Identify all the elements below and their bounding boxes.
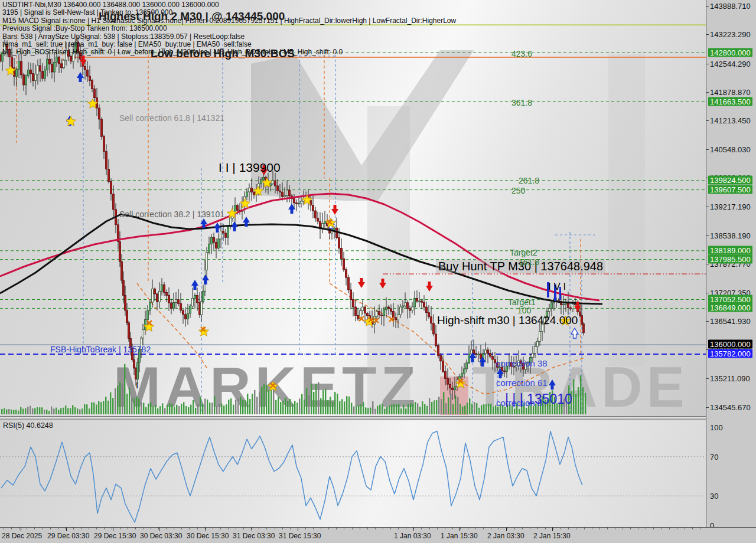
rsi-line	[1, 431, 582, 522]
price-level-badge: 138189.000	[708, 246, 752, 255]
time-axis-label: 2 Jan 15:30	[533, 532, 571, 540]
price-axis-label: 141878.870	[710, 88, 751, 97]
info-overlay: Highest High 2 M30 | @ 143445.000	[99, 10, 285, 23]
chart-annotation: 361.8	[511, 99, 532, 107]
price-level-badge: 137052.500	[708, 295, 752, 304]
price-axis-label: 138538.190	[710, 231, 751, 240]
time-axis-label: 29 Dec 03:30	[47, 532, 89, 540]
price-level-badge: 139824.500	[708, 176, 752, 185]
price-axis-label: 136541.930	[710, 317, 751, 326]
info-overlay: Low before High_M30:BOS	[151, 47, 295, 60]
price-level-badge: 139607.500	[708, 185, 752, 194]
chart-annotation: Sell correction 61.8 | 141321	[119, 114, 224, 123]
time-axis-label: 1 Jan 03:30	[394, 532, 431, 540]
price-chart-surface[interactable]: MARKETZ TRADE Sell correction 61.8 | 141…	[0, 0, 706, 416]
chart-annotation: correction 61	[496, 378, 548, 388]
watermark-logo	[251, 50, 645, 413]
ma-fast-line	[0, 194, 599, 300]
chart-annotation: 250	[511, 187, 525, 195]
price-axis-label: 142544.290	[710, 60, 751, 68]
price-axis-label: 134545.670	[710, 403, 751, 412]
time-axis-label: 31 Dec 03:30	[233, 532, 275, 540]
rsi-indicator-panel[interactable]: RSI(5) 40.6248	[0, 420, 706, 527]
time-axis-label: 29 Dec 15:30	[94, 532, 136, 540]
info-line: Previous Signal :Buy-Stop Tanken from: 1…	[2, 25, 167, 32]
trading-terminal-window: MARKETZ TRADE Sell correction 61.8 | 141…	[0, 0, 756, 543]
time-axis-label: 28 Dec 2025	[2, 532, 42, 540]
price-axis[interactable]: 143888.710143223.290142544.290141878.870…	[706, 0, 756, 543]
rsi-axis-label: 100	[710, 423, 723, 432]
chart-annotation: I	[136, 381, 138, 390]
rsi-plot	[0, 420, 706, 527]
price-level-badge: 137985.500	[708, 255, 752, 264]
rsi-grid	[0, 457, 706, 496]
time-axis-label: 30 Dec 03:30	[140, 532, 182, 540]
chart-annotation: FSB-HighToBreak | 135782	[50, 345, 151, 354]
time-axis-label: 2 Jan 03:30	[487, 532, 524, 540]
chart-annotation: High-shift m30 | 136424.000	[437, 315, 578, 326]
fsb-price-badge: 135782.000	[708, 349, 752, 358]
time-axis-label: 31 Dec 15:30	[279, 532, 321, 540]
chart-annotation: Sell correction 38.2 | 139101.	[119, 210, 227, 219]
price-axis-label: 139217.190	[710, 202, 751, 211]
chart-annotation: Target2	[510, 248, 537, 257]
price-axis-label: 140548.030	[710, 145, 751, 154]
price-axis-label: 143223.290	[710, 30, 751, 39]
time-axis[interactable]: 28 Dec 202529 Dec 03:3029 Dec 15:3030 De…	[0, 527, 756, 543]
chart-annotation: I V I	[548, 282, 566, 292]
rsi-axis-label: 30	[710, 492, 718, 501]
info-line: USDTIRT-Nbi,M30 136400.000 136488.000 13…	[2, 1, 219, 9]
price-level-badge: 141663.500	[708, 97, 752, 106]
info-line: Bars: 538 | ArraySize UpSignal: 538 | St…	[2, 33, 245, 41]
chart-annotation: I I | 139900	[219, 161, 281, 174]
price-axis-label: 141213.450	[710, 116, 751, 125]
chart-annotation: 161.8	[519, 258, 539, 267]
price-axis-label: 143888.710	[710, 2, 751, 11]
chart-annotation: correction 38	[496, 359, 548, 368]
chart-annotation: | | | 135010	[505, 392, 572, 406]
price-level-badge: 142800.000	[708, 48, 752, 57]
rsi-label: RSI(5) 40.6248	[3, 421, 53, 430]
time-axis-label: 30 Dec 15:30	[187, 532, 229, 540]
chart-annotation: 261.8	[519, 176, 539, 185]
ma-slow-line	[0, 214, 602, 304]
price-level-badge: 136849.000	[708, 303, 752, 312]
time-axis-label: 1 Jan 15:30	[441, 532, 478, 540]
price-axis-label: 135211.090	[710, 374, 750, 383]
rsi-axis-label: 70	[710, 453, 718, 462]
chart-annotation: 423.6	[511, 50, 532, 58]
current-price-badge: 136000.000	[708, 340, 752, 349]
